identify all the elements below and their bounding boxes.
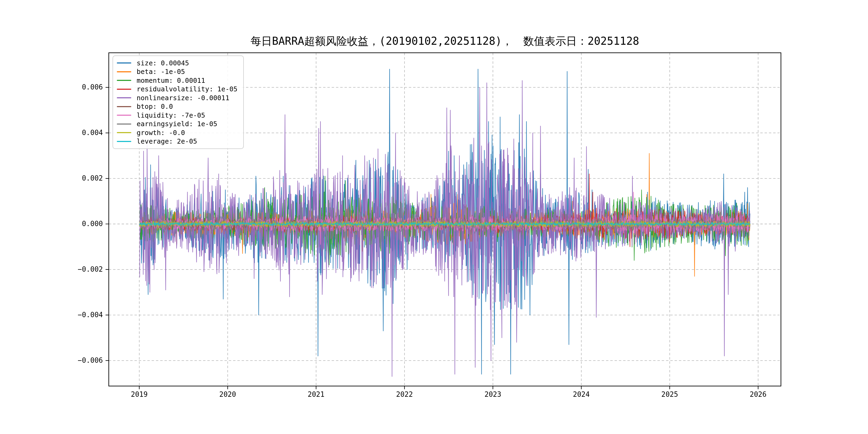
x-tick-label: 2025 xyxy=(648,390,691,398)
legend-line-swatch xyxy=(117,141,131,142)
y-tick-label: −0.002 xyxy=(57,265,103,273)
legend-item-beta: beta: -1e-05 xyxy=(117,67,237,76)
legend-line-swatch xyxy=(117,97,131,98)
legend-item-momentum: momentum: 0.00011 xyxy=(117,76,237,85)
legend-line-swatch xyxy=(117,124,131,125)
x-tick-label: 2019 xyxy=(118,390,161,398)
y-tick-label: 0.000 xyxy=(57,220,103,228)
legend-label: growth: -0.0 xyxy=(136,129,185,136)
legend-item-nonlinearsize: nonlinearsize: -0.00011 xyxy=(117,93,237,102)
legend-item-liquidity: liquidity: -7e-05 xyxy=(117,111,237,120)
x-tick-label: 2024 xyxy=(560,390,603,398)
x-tick-label: 2026 xyxy=(737,390,780,398)
legend-line-swatch xyxy=(117,89,131,90)
legend-line-swatch xyxy=(117,132,131,133)
y-tick-label: 0.006 xyxy=(57,83,103,91)
legend-label: liquidity: -7e-05 xyxy=(136,112,205,119)
legend-line-swatch xyxy=(117,106,131,107)
legend-item-residualvolatility: residualvolatility: 1e-05 xyxy=(117,85,237,94)
legend-item-leverage: leverage: 2e-05 xyxy=(117,137,237,146)
legend-label: beta: -1e-05 xyxy=(136,68,185,75)
y-tick-label: −0.006 xyxy=(57,356,103,364)
legend-label: residualvolatility: 1e-05 xyxy=(136,86,237,92)
legend-label: leverage: 2e-05 xyxy=(136,138,197,145)
x-tick-label: 2020 xyxy=(206,390,249,398)
legend-item-btop: btop: 0.0 xyxy=(117,102,237,111)
y-tick-label: −0.004 xyxy=(57,311,103,319)
legend-label: earningsyield: 1e-05 xyxy=(136,121,217,127)
x-tick-label: 2023 xyxy=(471,390,515,398)
legend-line-swatch xyxy=(117,115,131,116)
legend-item-size: size: 0.00045 xyxy=(117,59,237,67)
y-tick-label: 0.004 xyxy=(57,129,103,136)
legend-label: nonlinearsize: -0.00011 xyxy=(136,95,229,101)
x-tick-label: 2022 xyxy=(383,390,426,398)
legend-line-swatch xyxy=(117,62,131,63)
legend-label: btop: 0.0 xyxy=(136,103,173,110)
legend-line-swatch xyxy=(117,71,131,72)
legend-label: size: 0.00045 xyxy=(136,60,189,66)
figure: 每日BARRA超额风险收益，(20190102,20251128)， 数值表示日… xyxy=(0,0,868,434)
chart-title: 每日BARRA超额风险收益，(20190102,20251128)， 数值表示日… xyxy=(109,34,781,49)
legend-label: momentum: 0.00011 xyxy=(136,77,205,84)
legend-box: size: 0.00045beta: -1e-05momentum: 0.000… xyxy=(113,56,244,149)
legend-item-earningsyield: earningsyield: 1e-05 xyxy=(117,120,237,129)
y-tick-label: 0.002 xyxy=(57,174,103,182)
legend-item-growth: growth: -0.0 xyxy=(117,128,237,137)
legend-line-swatch xyxy=(117,80,131,81)
x-tick-label: 2021 xyxy=(295,390,338,398)
